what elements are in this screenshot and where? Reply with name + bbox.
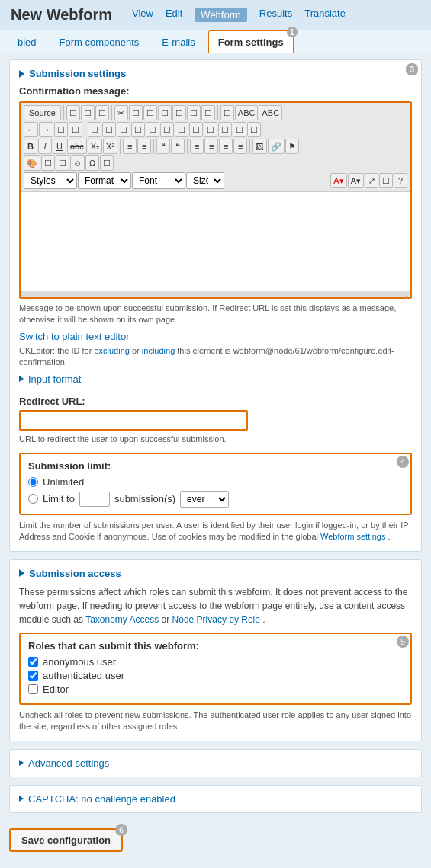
excluding-link[interactable]: excluding [94, 346, 129, 355]
input-format-row[interactable]: Input format [19, 373, 412, 385]
tb-cut-btn[interactable]: ✂ [114, 105, 128, 120]
tb-spellcheck-btn[interactable]: ☐ [201, 105, 215, 120]
styles-dropdown[interactable]: Styles [24, 172, 77, 189]
tb-open-btn[interactable]: ☐ [81, 105, 95, 120]
nav-translate[interactable]: Translate [304, 8, 346, 22]
tb-omega-btn[interactable]: Ω [85, 155, 99, 171]
tb-maximize-btn[interactable]: ⤢ [365, 173, 378, 188]
editor-help-text: Message to be shown upon successful subm… [19, 303, 412, 326]
tb-select-all-btn[interactable]: ABC [259, 105, 282, 120]
submission-limit-group: Submission limit: Unlimited Limit to sub… [19, 453, 412, 515]
nav-view[interactable]: View [132, 8, 153, 22]
tb-r13[interactable]: ☐ [233, 122, 246, 137]
tb-r3[interactable]: ☐ [88, 122, 101, 137]
tb-ul-btn[interactable]: ≡ [137, 139, 151, 154]
tb-link-btn[interactable]: 🔗 [268, 139, 285, 154]
tb-sup-btn[interactable]: X² [103, 139, 117, 154]
role-authenticated-checkbox[interactable] [28, 671, 38, 681]
tb-smiley-btn[interactable]: ☺ [70, 155, 85, 171]
including-link[interactable]: including [142, 346, 175, 355]
font-dropdown[interactable]: Font [132, 172, 185, 189]
tb-align-center-btn[interactable]: ≡ [204, 139, 218, 154]
tb-html-btn[interactable]: ☐ [100, 155, 114, 171]
nav-results[interactable]: Results [259, 8, 292, 22]
tb-r6[interactable]: ☐ [131, 122, 145, 137]
webform-settings-link[interactable]: Webform settings [320, 532, 385, 541]
tb-help-btn[interactable]: ? [394, 173, 407, 188]
advanced-settings-section: Advanced settings [9, 749, 422, 777]
unlimited-radio[interactable] [28, 477, 38, 487]
tb-font-color-btn[interactable]: A▾ [330, 173, 346, 188]
tb-paste-text-btn[interactable]: ☐ [158, 105, 172, 120]
tb-r2[interactable]: ☐ [69, 122, 82, 137]
tb-align-right-btn[interactable]: ≡ [219, 139, 233, 154]
save-configuration-button[interactable]: Save configuration [9, 828, 123, 852]
tb-paste-word-btn[interactable]: ☐ [172, 105, 186, 120]
editor-content-area[interactable] [21, 192, 410, 291]
nav-webform[interactable]: Webform [195, 8, 247, 22]
taxonomy-access-link[interactable]: Taxonomy Access [85, 614, 159, 625]
tb-r14[interactable]: ☐ [247, 122, 261, 137]
tab-form-settings[interactable]: Form settings 1 [208, 30, 294, 53]
tb-flag-btn[interactable]: ⚑ [285, 139, 299, 154]
tb-blockquote2-btn[interactable]: ❝ [171, 139, 185, 154]
triangle-icon [19, 70, 24, 78]
redirect-url-input[interactable] [19, 410, 248, 431]
tb-color-btn[interactable]: 🎨 [24, 155, 40, 171]
ckeditor-info: CKEditor: the ID for excluding or includ… [19, 345, 412, 369]
limit-to-radio[interactable] [28, 494, 38, 504]
tb-r4[interactable]: ☐ [102, 122, 116, 137]
tb-r8[interactable]: ☐ [160, 122, 174, 137]
editor-resize-handle[interactable]: ⌟ [21, 291, 410, 297]
captcha-toggle[interactable]: CAPTCHA: no challenge enabled [19, 789, 412, 809]
tb-italic-btn[interactable]: I [38, 139, 52, 154]
tb-copy-btn[interactable]: ☐ [129, 105, 143, 120]
tb-r9[interactable]: ☐ [175, 122, 188, 137]
tb-paste-btn[interactable]: ☐ [143, 105, 157, 120]
tb-redo-btn[interactable]: → [39, 122, 53, 137]
node-privacy-link[interactable]: Node Privacy by Role [172, 614, 260, 625]
nav-edit[interactable]: Edit [166, 8, 182, 22]
tb-img-btn[interactable]: 🖼 [252, 139, 267, 154]
tb-r7[interactable]: ☐ [146, 122, 159, 137]
tb-r11[interactable]: ☐ [204, 122, 217, 137]
tb-table-btn[interactable]: ☐ [56, 155, 69, 171]
tb-highlight-btn[interactable]: ☐ [41, 155, 55, 171]
tb-print-btn[interactable]: ☐ [187, 105, 201, 120]
tb-underline-btn[interactable]: U [53, 139, 66, 154]
period-select[interactable]: ever day week month year [180, 491, 229, 508]
size-dropdown[interactable]: Size [186, 172, 224, 189]
tb-sub-btn[interactable]: X₂ [88, 139, 102, 154]
tb-undo-btn[interactable]: ← [24, 122, 38, 137]
tb-r5[interactable]: ☐ [117, 122, 130, 137]
limit-to-input[interactable] [79, 492, 110, 507]
tb-bold-btn[interactable]: B [24, 139, 37, 154]
role-authenticated-row: authenticated user [28, 670, 403, 681]
source-button[interactable]: Source [24, 105, 61, 120]
tb-r12[interactable]: ☐ [218, 122, 232, 137]
tb-blockquote-btn[interactable]: ❝ [156, 139, 170, 154]
tb-bg-color-btn[interactable]: A▾ [348, 173, 364, 188]
role-anonymous-checkbox[interactable] [28, 657, 38, 667]
section-num-3: 3 [406, 63, 418, 75]
tb-show-blocks-btn[interactable]: ☐ [379, 173, 393, 188]
tb-r10[interactable]: ☐ [189, 122, 203, 137]
tab-bled[interactable]: bled [8, 30, 47, 53]
tb-find-btn[interactable]: ☐ [220, 105, 234, 120]
tb-align-left-btn[interactable]: ≡ [190, 139, 204, 154]
toolbar-row-3: B I U abc X₂ X² ≡ ≡ ❝ ❝ ≡ ≡ ≡ ≡ [24, 139, 407, 154]
tb-strike-btn[interactable]: abc [67, 139, 87, 154]
role-editor-checkbox[interactable] [28, 684, 38, 694]
format-dropdown[interactable]: Format [78, 172, 131, 189]
tab-emails[interactable]: E-mails [152, 30, 204, 53]
tb-new-btn[interactable]: ☐ [66, 105, 80, 120]
tb-replace-btn[interactable]: ABC [235, 105, 259, 120]
submission-access-section: Submission access These permissions affe… [9, 559, 422, 741]
tb-align-justify-btn[interactable]: ≡ [233, 139, 247, 154]
advanced-settings-toggle[interactable]: Advanced settings [19, 753, 412, 774]
switch-to-plain-text-link[interactable]: Switch to plain text editor [19, 331, 412, 342]
tb-save-btn[interactable]: ☐ [95, 105, 109, 120]
tb-ol-btn[interactable]: ≡ [123, 139, 137, 154]
tab-form-components[interactable]: Form components [50, 30, 150, 53]
tb-r1[interactable]: ☐ [54, 122, 68, 137]
